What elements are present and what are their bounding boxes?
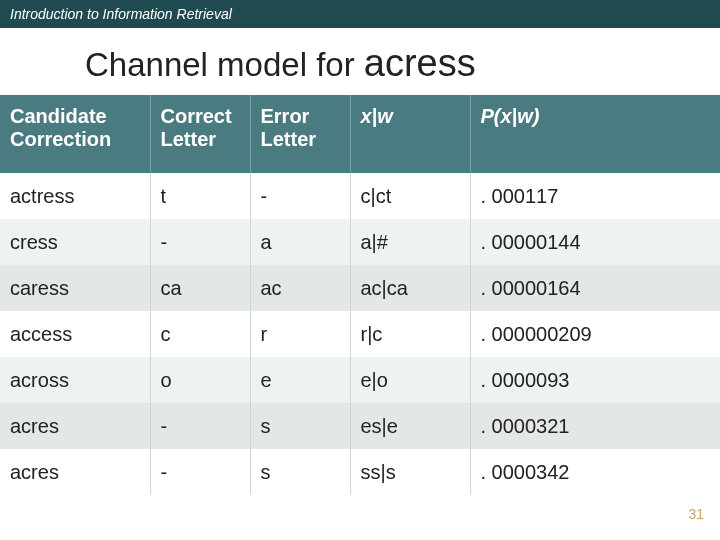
cell-cand: actress bbox=[0, 173, 150, 219]
cell-error: a bbox=[250, 219, 350, 265]
col-header-pxw-label: P(x|w) bbox=[481, 105, 540, 127]
cell-correct: - bbox=[150, 403, 250, 449]
table-row: actresst-c|ct. 000117 bbox=[0, 173, 720, 219]
table-row: acrossoee|o. 0000093 bbox=[0, 357, 720, 403]
cell-correct: c bbox=[150, 311, 250, 357]
cell-xw: a|# bbox=[350, 219, 470, 265]
title-prefix: Channel model for bbox=[85, 46, 364, 83]
title-word: acress bbox=[364, 42, 476, 84]
cell-pxw: . 0000093 bbox=[470, 357, 720, 403]
cell-xw: ss|s bbox=[350, 449, 470, 495]
cell-error: s bbox=[250, 449, 350, 495]
col-header-pxw: P(x|w) bbox=[470, 95, 720, 173]
cell-correct: t bbox=[150, 173, 250, 219]
cell-correct: ca bbox=[150, 265, 250, 311]
cell-xw: r|c bbox=[350, 311, 470, 357]
cell-pxw: . 0000342 bbox=[470, 449, 720, 495]
col-header-xw-label: x|w bbox=[361, 105, 393, 127]
cell-pxw: . 00000164 bbox=[470, 265, 720, 311]
cell-cand: caress bbox=[0, 265, 150, 311]
cell-xw: e|o bbox=[350, 357, 470, 403]
col-header-candidate: Candidate Correction bbox=[0, 95, 150, 173]
table-row: acres-ses|e. 0000321 bbox=[0, 403, 720, 449]
cell-correct: - bbox=[150, 449, 250, 495]
cell-error: e bbox=[250, 357, 350, 403]
col-header-error: Error Letter bbox=[250, 95, 350, 173]
cell-error: s bbox=[250, 403, 350, 449]
cell-correct: o bbox=[150, 357, 250, 403]
cell-pxw: . 000000209 bbox=[470, 311, 720, 357]
header-bar: Introduction to Information Retrieval bbox=[0, 0, 720, 28]
cell-pxw: . 00000144 bbox=[470, 219, 720, 265]
cell-xw: es|e bbox=[350, 403, 470, 449]
page-number: 31 bbox=[688, 506, 704, 522]
cell-cand: across bbox=[0, 357, 150, 403]
cell-xw: ac|ca bbox=[350, 265, 470, 311]
cell-xw: c|ct bbox=[350, 173, 470, 219]
cell-cand: access bbox=[0, 311, 150, 357]
table-row: cress-aa|#. 00000144 bbox=[0, 219, 720, 265]
channel-model-table: Candidate Correction Correct Letter Erro… bbox=[0, 95, 720, 495]
cell-cand: acres bbox=[0, 403, 150, 449]
cell-correct: - bbox=[150, 219, 250, 265]
cell-error: r bbox=[250, 311, 350, 357]
col-header-correct: Correct Letter bbox=[150, 95, 250, 173]
cell-pxw: . 000117 bbox=[470, 173, 720, 219]
slide-title: Channel model for acress bbox=[0, 28, 720, 95]
cell-error: - bbox=[250, 173, 350, 219]
cell-error: ac bbox=[250, 265, 350, 311]
header-bar-text: Introduction to Information Retrieval bbox=[10, 6, 232, 22]
table-row: acres-sss|s. 0000342 bbox=[0, 449, 720, 495]
table-header-row: Candidate Correction Correct Letter Erro… bbox=[0, 95, 720, 173]
cell-cand: cress bbox=[0, 219, 150, 265]
slide: Introduction to Information Retrieval Ch… bbox=[0, 0, 720, 540]
cell-cand: acres bbox=[0, 449, 150, 495]
col-header-xw: x|w bbox=[350, 95, 470, 173]
table-row: accesscrr|c. 000000209 bbox=[0, 311, 720, 357]
table-row: caresscaacac|ca. 00000164 bbox=[0, 265, 720, 311]
cell-pxw: . 0000321 bbox=[470, 403, 720, 449]
